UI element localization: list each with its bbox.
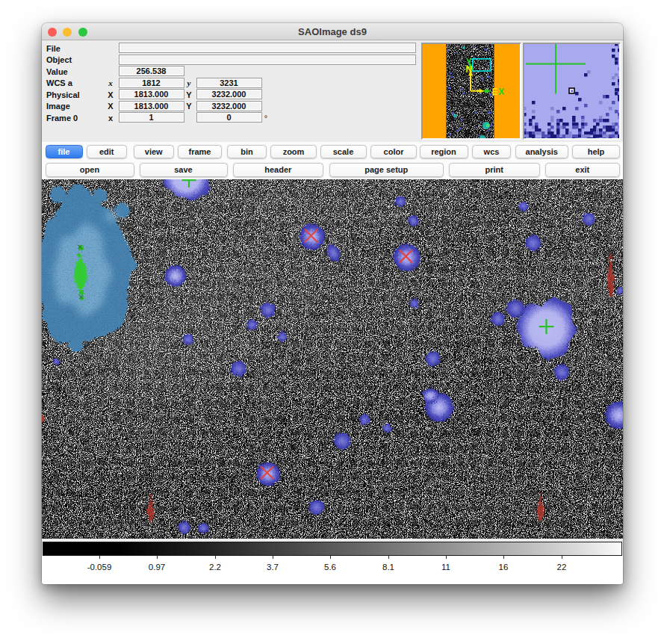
svg-text:Y: Y [466, 57, 472, 67]
svg-text:E: E [491, 87, 497, 97]
svg-text:X: X [498, 87, 504, 97]
